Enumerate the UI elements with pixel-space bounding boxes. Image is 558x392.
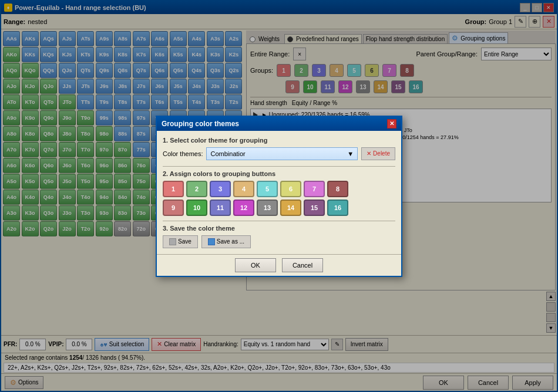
save-button[interactable]: Save	[163, 235, 198, 248]
delete-label: Delete	[373, 150, 390, 157]
save-icon	[169, 238, 176, 245]
dialog-color-btn-9[interactable]: 9	[163, 200, 184, 216]
dialog-separator-2	[163, 221, 395, 221]
grouping-color-dialog: Grouping color themes ✕ 1. Select color …	[156, 116, 402, 277]
dialog-color-btn-2[interactable]: 2	[186, 181, 207, 197]
dialog-color-btn-5[interactable]: 5	[257, 181, 278, 197]
dialog-color-btn-13[interactable]: 13	[257, 200, 278, 216]
dialog-color-btn-12[interactable]: 12	[233, 200, 254, 216]
dialog-ok-label: OK	[251, 262, 260, 269]
dialog-title-bar: Grouping color themes ✕	[157, 117, 401, 131]
dialog-cancel-button[interactable]: Cancel	[282, 258, 323, 272]
dialog-section1-label: 1. Select color theme for grouping	[163, 137, 395, 144]
dialog-color-btn-15[interactable]: 15	[304, 200, 325, 216]
dialog-section3-label: 3. Save the color theme	[163, 225, 395, 232]
dialog-color-btn-10[interactable]: 10	[186, 200, 207, 216]
save-label: Save	[178, 238, 191, 245]
dialog-footer: OK Cancel	[157, 254, 401, 276]
save-as-button[interactable]: Save as ...	[201, 235, 251, 248]
dialog-cancel-label: Cancel	[293, 262, 312, 269]
dialog-color-btn-1[interactable]: 1	[163, 181, 184, 197]
color-theme-row: Color themes: Combinatior ▼ ✕ Delete	[163, 147, 395, 160]
color-themes-value: Combinatior	[210, 150, 245, 157]
dialog-title-text: Grouping color themes	[162, 120, 239, 128]
color-themes-select[interactable]: Combinatior ▼	[206, 147, 358, 160]
dialog-color-btn-4[interactable]: 4	[233, 181, 254, 197]
dialog-color-btn-14[interactable]: 14	[280, 200, 301, 216]
dialog-ok-button[interactable]: OK	[235, 258, 276, 272]
dialog-color-btn-6[interactable]: 6	[280, 181, 301, 197]
dialog-body: 1. Select color theme for grouping Color…	[157, 131, 401, 254]
dialog-color-row-1: 1 2 3 4 5 6 7 8	[163, 181, 395, 197]
dialog-overlay: Grouping color themes ✕ 1. Select color …	[0, 0, 558, 392]
save-row: Save Save as ...	[163, 235, 395, 248]
dialog-color-btn-8[interactable]: 8	[327, 181, 348, 197]
dialog-color-row-2: 9 10 11 12 13 14 15 16	[163, 200, 395, 216]
dialog-separator-1	[163, 166, 395, 167]
color-themes-label: Color themes:	[163, 150, 203, 157]
save-as-label: Save as ...	[217, 238, 244, 245]
dropdown-arrow: ▼	[347, 150, 354, 157]
dialog-color-btn-7[interactable]: 7	[304, 181, 325, 197]
save-as-icon	[208, 238, 215, 245]
delete-icon: ✕	[367, 150, 371, 157]
dialog-close-button[interactable]: ✕	[387, 119, 396, 129]
delete-theme-button[interactable]: ✕ Delete	[361, 147, 395, 160]
dialog-section2-label: 2. Assign colors to grouping buttons	[163, 170, 395, 177]
dialog-color-btn-11[interactable]: 11	[210, 200, 231, 216]
dialog-color-btn-16[interactable]: 16	[327, 200, 348, 216]
dialog-color-btn-3[interactable]: 3	[210, 181, 231, 197]
